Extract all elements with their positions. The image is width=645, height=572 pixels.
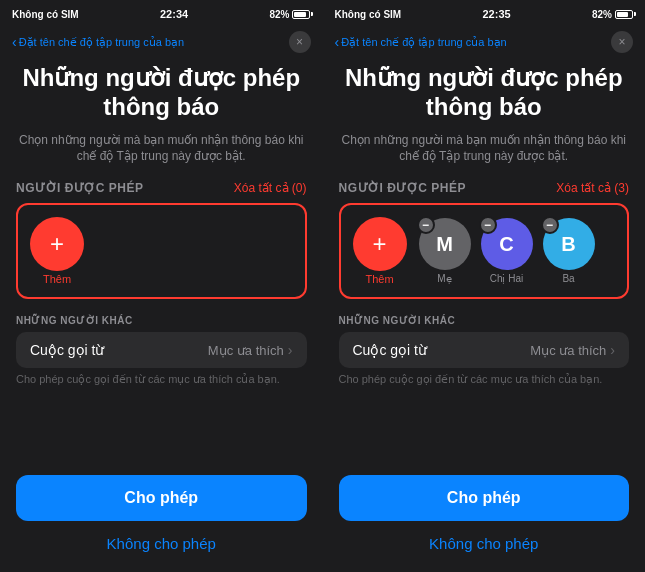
screen-2: Không có SIM 22:35 82% ‹ Đặt tên chế độ … xyxy=(323,0,646,572)
calls-from-row-1[interactable]: Cuộc gọi từ Mục ưa thích › xyxy=(16,332,307,368)
contact-name-ba: Ba xyxy=(562,273,574,284)
calls-from-right-2: Mục ưa thích › xyxy=(530,342,615,358)
plus-icon-1: + xyxy=(50,232,64,256)
add-label-2: Thêm xyxy=(365,273,393,285)
contact-item-me: − M Mẹ xyxy=(419,218,471,284)
status-bar-1: Không có SIM 22:34 82% xyxy=(0,0,323,24)
status-right-2: 82% xyxy=(592,9,633,20)
allowed-box-1: + Thêm xyxy=(16,203,307,299)
calls-from-label-2: Cuộc gọi từ xyxy=(353,342,427,358)
close-button-1[interactable]: × xyxy=(289,31,311,53)
others-label-2: NHỮNG NGƯỜI KHÁC xyxy=(339,315,630,326)
back-button-1[interactable]: ‹ Đặt tên chế độ tập trung của bạn xyxy=(12,35,184,49)
contact-avatar-chihai: − C xyxy=(481,218,533,270)
calls-from-value-1: Mục ưa thích xyxy=(208,343,284,358)
battery-icon-1 xyxy=(292,10,310,19)
battery-percent-2: 82% xyxy=(592,9,612,20)
contact-remove-chihai[interactable]: − xyxy=(479,216,497,234)
carrier-1: Không có SIM xyxy=(12,9,79,20)
content-2: Những người được phép thông báo Chọn nhữ… xyxy=(323,60,646,467)
close-icon-2: × xyxy=(618,35,625,49)
section-label-1: Người được phép xyxy=(16,181,144,195)
contact-initial-chihai: C xyxy=(499,233,513,256)
section-label-2: Người được phép xyxy=(339,181,467,195)
close-icon-1: × xyxy=(296,35,303,49)
back-button-2[interactable]: ‹ Đặt tên chế độ tập trung của bạn xyxy=(335,35,507,49)
others-label-1: NHỮNG NGƯỜI KHÁC xyxy=(16,315,307,326)
clear-all-2[interactable]: Xóa tất cả (3) xyxy=(556,181,629,195)
calls-desc-1: Cho phép cuộc gọi đến từ các mục ưa thíc… xyxy=(16,372,307,386)
back-label-2: Đặt tên chế độ tập trung của bạn xyxy=(341,36,507,49)
battery-percent-1: 82% xyxy=(269,9,289,20)
contact-name-chihai: Chị Hai xyxy=(490,273,524,284)
screen-1: Không có SIM 22:34 82% ‹ Đặt tên chế độ … xyxy=(0,0,323,572)
add-label-1: Thêm xyxy=(43,273,71,285)
battery-icon-2 xyxy=(615,10,633,19)
add-button-2[interactable]: + xyxy=(353,217,407,271)
calls-from-right-1: Mục ưa thích › xyxy=(208,342,293,358)
allow-button-1[interactable]: Cho phép xyxy=(16,475,307,521)
calls-from-label-1: Cuộc gọi từ xyxy=(30,342,104,358)
calls-from-row-2[interactable]: Cuộc gọi từ Mục ưa thích › xyxy=(339,332,630,368)
contact-initial-ba: B xyxy=(561,233,575,256)
plus-icon-2: + xyxy=(372,232,386,256)
allowed-box-2: + Thêm − M Mẹ − C xyxy=(339,203,630,299)
battery-fill-1 xyxy=(294,12,305,17)
contact-remove-me[interactable]: − xyxy=(417,216,435,234)
close-button-2[interactable]: × xyxy=(611,31,633,53)
carrier-2: Không có SIM xyxy=(335,9,402,20)
contact-name-me: Mẹ xyxy=(437,273,451,284)
contact-item-ba: − B Ba xyxy=(543,218,595,284)
time-2: 22:35 xyxy=(483,8,511,20)
add-btn-group-1: + Thêm xyxy=(30,217,84,285)
status-bar-2: Không có SIM 22:35 82% xyxy=(323,0,646,24)
chevron-right-2: › xyxy=(610,342,615,358)
content-1: Những người được phép thông báo Chọn nhữ… xyxy=(0,60,323,467)
nav-bar-1: ‹ Đặt tên chế độ tập trung của bạn × xyxy=(0,24,323,60)
deny-button-2[interactable]: Không cho phép xyxy=(339,531,630,556)
back-label-1: Đặt tên chế độ tập trung của bạn xyxy=(19,36,185,49)
main-title-1: Những người được phép thông báo xyxy=(16,64,307,122)
section-header-2: Người được phép Xóa tất cả (3) xyxy=(339,181,630,195)
time-1: 22:34 xyxy=(160,8,188,20)
deny-button-1[interactable]: Không cho phép xyxy=(16,531,307,556)
contact-avatar-me: − M xyxy=(419,218,471,270)
clear-all-1[interactable]: Xóa tất cả (0) xyxy=(234,181,307,195)
calls-from-value-2: Mục ưa thích xyxy=(530,343,606,358)
contact-avatar-ba: − B xyxy=(543,218,595,270)
status-right-1: 82% xyxy=(269,9,310,20)
contact-initial-me: M xyxy=(436,233,453,256)
nav-bar-2: ‹ Đặt tên chế độ tập trung của bạn × xyxy=(323,24,646,60)
subtitle-2: Chọn những người mà bạn muốn nhận thông … xyxy=(339,132,630,166)
chevron-right-1: › xyxy=(288,342,293,358)
bottom-area-1: Cho phép Không cho phép xyxy=(0,467,323,572)
bottom-area-2: Cho phép Không cho phép xyxy=(323,467,646,572)
main-title-2: Những người được phép thông báo xyxy=(339,64,630,122)
contact-group-2: − M Mẹ − C Chị Hai − B xyxy=(419,218,595,284)
add-btn-group-2: + Thêm xyxy=(353,217,407,285)
calls-desc-2: Cho phép cuộc gọi đến từ các mục ưa thíc… xyxy=(339,372,630,386)
allow-button-2[interactable]: Cho phép xyxy=(339,475,630,521)
back-chevron-2: ‹ xyxy=(335,35,340,49)
battery-fill-2 xyxy=(617,12,628,17)
section-header-1: Người được phép Xóa tất cả (0) xyxy=(16,181,307,195)
back-chevron-1: ‹ xyxy=(12,35,17,49)
contact-remove-ba[interactable]: − xyxy=(541,216,559,234)
subtitle-1: Chọn những người mà bạn muốn nhận thông … xyxy=(16,132,307,166)
add-button-1[interactable]: + xyxy=(30,217,84,271)
contact-item-chihai: − C Chị Hai xyxy=(481,218,533,284)
